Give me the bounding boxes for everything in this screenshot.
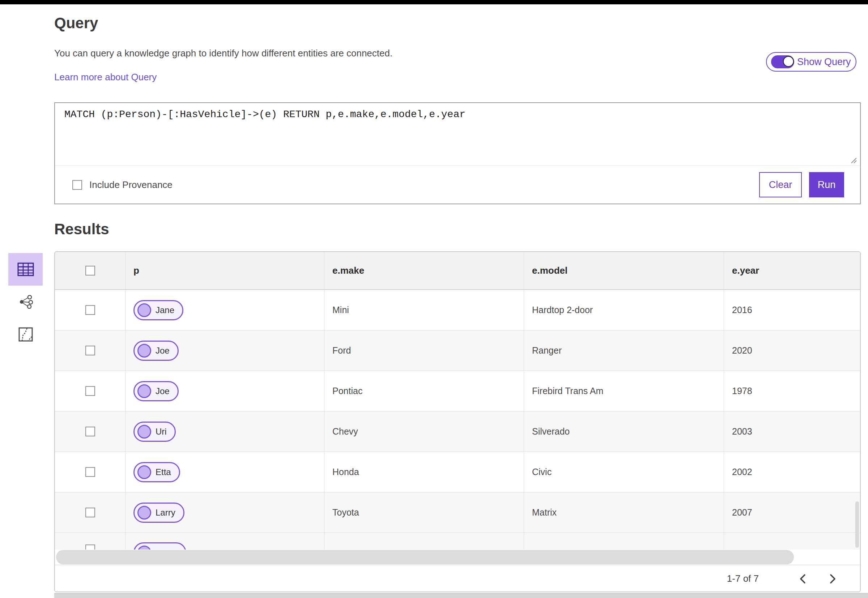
include-provenance-checkbox[interactable] (72, 180, 82, 190)
pagination-range-label: 1-7 of 7 (727, 573, 759, 584)
entity-pill[interactable]: Uri (133, 422, 176, 442)
entity-name: Etta (156, 467, 171, 477)
table-row-partial (55, 533, 860, 550)
cell-e-year: 2007 (724, 492, 860, 532)
table-row: Jane Mini Hardtop 2-door 2016 (55, 290, 860, 330)
entity-pill[interactable]: Jane (133, 300, 183, 320)
row-checkbox[interactable] (85, 345, 95, 356)
tab-link-chart-view[interactable] (8, 286, 43, 318)
horizontal-scrollbar-track[interactable] (55, 550, 860, 565)
map-icon (18, 327, 33, 342)
entity-name: Joe (156, 345, 170, 356)
table-header-row: p e.make e.model e.year (55, 252, 860, 290)
horizontal-scrollbar-thumb[interactable] (56, 550, 794, 564)
entity-pill[interactable]: Joe (133, 341, 179, 361)
show-query-label: Show Query (797, 57, 851, 67)
cell-e-model: Firebird Trans Am (524, 371, 724, 411)
table-row: Uri Chevy Silverado 2003 (55, 411, 860, 452)
entity-name: Jane (156, 305, 174, 315)
learn-more-link[interactable]: Learn more about Query (54, 72, 157, 83)
lower-window-edge (54, 593, 868, 598)
pagination-bar: 1-7 of 7 (55, 565, 860, 592)
entity-pill[interactable]: Larry (133, 502, 184, 523)
previous-page-button[interactable] (794, 571, 811, 587)
select-all-checkbox[interactable] (85, 266, 95, 275)
window-top-bar (0, 0, 868, 4)
table-icon (17, 262, 34, 277)
cell-e-model: Matrix (524, 492, 724, 532)
column-header-e-year[interactable]: e.year (724, 252, 860, 289)
cell-e-year: 2020 (724, 330, 860, 371)
cell-e-make: Toyota (325, 492, 524, 532)
row-checkbox[interactable] (85, 467, 95, 477)
entity-node-icon (138, 344, 151, 357)
cell-e-year: 2002 (724, 452, 860, 492)
cell-e-year: 1978 (724, 371, 860, 411)
entity-node-icon (138, 506, 151, 520)
tab-map-view[interactable] (8, 318, 43, 351)
results-section-title: Results (54, 221, 109, 238)
cell-e-make: Mini (325, 290, 524, 330)
results-view-switcher (8, 253, 43, 351)
clear-button[interactable]: Clear (759, 172, 802, 197)
cell-e-year: 2016 (724, 290, 860, 330)
cell-e-make: Honda (325, 452, 524, 492)
chevron-left-icon (799, 574, 806, 584)
query-description: You can query a knowledge graph to ident… (54, 48, 392, 59)
table-row: Joe Ford Ranger 2020 (55, 330, 860, 371)
cell-e-year: 2003 (724, 411, 860, 451)
next-page-button[interactable] (825, 571, 841, 587)
cell-e-model: Ranger (524, 330, 724, 371)
show-query-toggle[interactable]: Show Query (766, 52, 856, 72)
entity-name: Larry (156, 508, 175, 518)
column-header-p[interactable]: p (126, 252, 325, 289)
query-editor-input[interactable]: MATCH (p:Person)-[:HasVehicle]->(e) RETU… (55, 103, 860, 166)
table-row: Etta Honda Civic 2002 (55, 452, 860, 492)
row-checkbox[interactable] (85, 386, 95, 396)
row-checkbox[interactable] (85, 305, 95, 315)
entity-name: Uri (156, 427, 167, 437)
table-row: Joe Pontiac Firebird Trans Am 1978 (55, 371, 860, 411)
cell-e-model: Silverado (524, 411, 724, 451)
query-panel: MATCH (p:Person)-[:HasVehicle]->(e) RETU… (54, 102, 861, 204)
run-button[interactable]: Run (809, 172, 844, 197)
cell-e-make: Pontiac (325, 371, 524, 411)
entity-node-icon (138, 425, 151, 438)
link-chart-icon (18, 295, 33, 309)
include-provenance-label: Include Provenance (89, 179, 172, 191)
cell-e-make: Chevy (325, 411, 524, 451)
entity-node-icon (138, 384, 151, 398)
tab-table-view[interactable] (8, 253, 43, 286)
entity-node-icon (138, 465, 151, 479)
table-row: Larry Toyota Matrix 2007 (55, 492, 860, 533)
query-controls-row: Include Provenance Clear Run (55, 166, 860, 203)
results-table-panel: p e.make e.model e.year Jane Mini Hardto… (54, 251, 861, 592)
resize-handle-icon[interactable] (850, 157, 857, 164)
chevron-right-icon (830, 574, 836, 584)
column-header-e-model[interactable]: e.model (524, 252, 724, 289)
cell-e-model: Hardtop 2-door (524, 290, 724, 330)
entity-node-icon (138, 303, 151, 317)
cell-e-make: Ford (325, 330, 524, 371)
toggle-switch-icon[interactable] (771, 55, 794, 68)
entity-pill[interactable]: Etta (133, 462, 180, 482)
row-checkbox[interactable] (85, 508, 95, 517)
entity-pill[interactable] (133, 542, 186, 550)
row-checkbox[interactable] (85, 427, 95, 437)
cell-e-model: Civic (524, 452, 724, 492)
column-header-e-make[interactable]: e.make (325, 252, 524, 289)
query-section-title: Query (54, 15, 98, 32)
row-checkbox[interactable] (85, 544, 95, 550)
entity-name: Joe (156, 386, 170, 396)
vertical-scrollbar-thumb[interactable] (855, 501, 859, 548)
entity-pill[interactable]: Joe (133, 381, 179, 401)
toggle-knob (783, 56, 794, 67)
entity-node-icon (138, 546, 151, 550)
